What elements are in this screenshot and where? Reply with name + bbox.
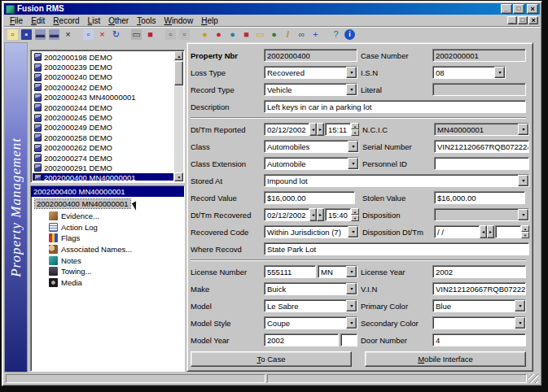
save-all-icon[interactable]: ▬ (47, 28, 61, 41)
tree-root-item[interactable]: 2002000400 MN40000001 (35, 199, 130, 208)
cascade-windows-icon[interactable]: ▫ (178, 28, 191, 41)
record-type-select[interactable]: Vehicle (264, 83, 357, 96)
record-list-item[interactable]: 2002000258 DEMO (33, 133, 173, 142)
new-record-icon[interactable]: ▫ (6, 28, 20, 41)
personnel-id-field[interactable] (434, 157, 529, 170)
record-list-item[interactable]: 2002000239 DEMO (33, 62, 173, 72)
dropdown-arrow-icon[interactable] (348, 141, 358, 152)
dropdown-arrow-icon[interactable] (346, 300, 357, 311)
date-spinner[interactable] (309, 123, 324, 136)
isn-select[interactable]: 08 (432, 66, 506, 79)
menu-item[interactable]: Other (104, 15, 133, 26)
scroll-down-icon[interactable] (174, 172, 183, 181)
scroll-thumb[interactable] (174, 61, 183, 85)
stored-at-select[interactable]: Impound lot (264, 174, 529, 187)
primary-color-select[interactable]: Blue (432, 299, 526, 312)
maximize-button[interactable] (513, 4, 524, 14)
spin-left-icon[interactable] (309, 208, 317, 221)
record-list-scrollbar[interactable] (174, 51, 183, 181)
spin-left-icon[interactable] (309, 123, 317, 136)
tree-item[interactable]: Media (31, 277, 184, 289)
loss-type-select[interactable]: Recovered (264, 66, 357, 79)
recovered-date-field[interactable]: 02/12/2002 (264, 208, 309, 221)
spin-down-icon[interactable] (351, 129, 359, 136)
record-list-item[interactable]: 2002000400 MN40000001 (33, 173, 173, 181)
time-spinner[interactable] (351, 208, 359, 221)
cancel-icon[interactable]: × (95, 28, 109, 41)
menu-item[interactable]: Window (160, 15, 198, 26)
delete-icon[interactable]: × (61, 28, 75, 41)
pencil-icon[interactable]: / (281, 28, 295, 41)
model-year-extra-field[interactable] (340, 333, 357, 346)
print-icon[interactable]: ▭ (129, 28, 143, 41)
dropdown-arrow-icon[interactable] (348, 158, 358, 169)
to-case-button[interactable]: To Case (191, 351, 352, 367)
link-icon[interactable]: ∞ (295, 28, 309, 41)
record-list-item[interactable]: 2002000242 DEMO (33, 82, 173, 92)
mdi-restore-button[interactable] (518, 16, 528, 24)
menu-item[interactable]: File (6, 15, 27, 26)
menu-item[interactable]: List (84, 15, 105, 26)
secondary-color-select[interactable] (432, 316, 526, 329)
dropdown-arrow-icon[interactable] (515, 317, 525, 329)
tile-windows-icon[interactable]: ▫ (164, 28, 178, 41)
refresh-icon[interactable]: ↻ (109, 28, 123, 41)
record-list-item[interactable]: 2002000245 DEMO (33, 112, 173, 122)
close-button[interactable] (527, 4, 538, 14)
minimize-button[interactable] (501, 4, 512, 14)
vin-field[interactable]: VIN212120667RQB0722240016 (432, 282, 526, 295)
model-style-select[interactable]: Coupe (264, 316, 357, 329)
menu-item[interactable]: Edit (27, 15, 49, 26)
tree-item[interactable]: Flags (31, 233, 184, 244)
where-recovd-field[interactable]: State Park Lot (264, 242, 529, 255)
record-list-item[interactable]: 2002000262 DEMO (33, 143, 173, 153)
flag-icon[interactable]: ■ (239, 28, 253, 41)
spin-up-icon[interactable] (351, 208, 359, 215)
model-select[interactable]: Le Sabre (264, 299, 357, 312)
help-icon[interactable]: ? (329, 28, 343, 41)
globe-icon[interactable]: ● (226, 28, 239, 41)
tree-item[interactable]: Notes (31, 255, 184, 266)
license-state-select[interactable]: MN (318, 265, 357, 278)
time-spinner[interactable] (351, 123, 359, 136)
record-list-item[interactable]: 2002000198 DEMO (33, 52, 173, 62)
serial-number-field[interactable]: VIN212120667RQB0722240016 (434, 140, 529, 153)
class-extension-select[interactable]: Automobile (264, 157, 359, 170)
record-list-item[interactable]: 2002000243 MN40000001 (33, 93, 173, 102)
menu-item[interactable]: Record (49, 15, 83, 26)
recovered-time-field[interactable]: 15:40 (325, 208, 351, 221)
license-number-field[interactable]: 555111 (264, 265, 316, 278)
menu-item[interactable]: Tools (133, 15, 160, 26)
reported-time-field[interactable]: 15:11 (325, 123, 351, 136)
stolen-value-field[interactable]: $16,000.00 (434, 191, 525, 204)
menu-item[interactable]: Help (197, 15, 222, 26)
dropdown-arrow-icon[interactable] (346, 67, 357, 78)
record-list-item[interactable]: 2002000274 DEMO (33, 153, 173, 163)
mdi-close-button[interactable] (528, 16, 538, 24)
info-icon[interactable]: i (343, 28, 357, 41)
recovered-code-select[interactable]: Within Jurisdiction (7) (264, 225, 359, 238)
tree-item[interactable]: Associated Names... (31, 244, 184, 255)
reported-date-field[interactable]: 02/12/2002 (264, 123, 309, 136)
dropdown-arrow-icon[interactable] (346, 84, 357, 95)
record-value-field[interactable]: $16,000.00 (264, 191, 355, 204)
license-year-field[interactable]: 2002 (432, 265, 526, 278)
resize-grip[interactable] (528, 374, 538, 383)
tree-item[interactable]: Action Log (31, 222, 184, 233)
record-list-item[interactable]: 2002000249 DEMO (33, 123, 173, 133)
description-field[interactable]: Left keys in car in a parking lot (264, 100, 526, 113)
spin-right-icon[interactable] (317, 123, 324, 136)
door-number-field[interactable]: 4 (432, 333, 526, 346)
record-list-item[interactable]: 2002000291 DEMO (33, 163, 173, 172)
spin-down-icon[interactable] (351, 215, 359, 221)
date-spinner[interactable] (309, 208, 324, 221)
tree-item[interactable]: Evidence... (31, 211, 184, 222)
mobile-interface-button[interactable]: Mobile Interface (365, 351, 526, 367)
dropdown-arrow-icon[interactable] (346, 283, 357, 294)
dropdown-arrow-icon[interactable] (348, 226, 358, 237)
save-icon[interactable]: ▬ (33, 28, 47, 41)
spin-right-icon[interactable] (317, 208, 324, 221)
dropdown-arrow-icon[interactable] (346, 317, 357, 329)
make-select[interactable]: Buick (264, 282, 357, 295)
record-list-item[interactable]: 2002000244 DEMO (33, 102, 173, 112)
